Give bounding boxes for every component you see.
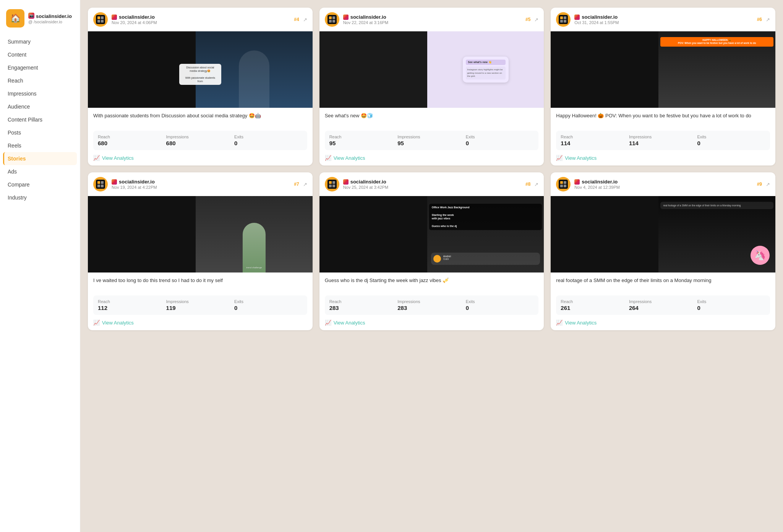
impressions-label-6: Impressions xyxy=(629,135,697,139)
stat-exits-6: Exits 0 xyxy=(697,135,765,146)
stats-4: Reach 680 Impressions 680 Exits 0 xyxy=(93,131,307,150)
analytics-link-7[interactable]: 📈 View Analytics xyxy=(93,320,307,326)
card-image-4: 🖼 Discussion about social media strategy… xyxy=(88,31,313,108)
analytics-link-8[interactable]: 📈 View Analytics xyxy=(325,320,539,326)
sidebar-item-reach[interactable]: Reach xyxy=(3,74,77,87)
external-link-7[interactable]: ↗ xyxy=(303,182,307,187)
stat-impressions-6: Impressions 114 xyxy=(629,135,697,146)
sidebar-item-impressions[interactable]: Impressions xyxy=(3,87,77,100)
avatar-6 xyxy=(556,12,571,27)
stat-reach-4: Reach 680 xyxy=(98,135,166,146)
stat-impressions-8: Impressions 283 xyxy=(397,299,466,311)
story-card-7: socialinsider.io Nov 19, 2024 at 4:22PM … xyxy=(88,172,313,330)
svg-rect-13 xyxy=(560,20,563,23)
svg-rect-25 xyxy=(559,180,568,189)
reach-label-6: Reach xyxy=(561,135,629,139)
halloween-overlay-6: HAPPY HALLOWEEN 🎃POV: When you want to b… xyxy=(660,37,773,47)
sidebar-item-industry[interactable]: Industry xyxy=(3,191,77,204)
brand-name: socialinsider.io xyxy=(36,13,72,19)
analytics-link-6[interactable]: 📈 View Analytics xyxy=(556,155,770,161)
account-info-7: socialinsider.io Nov 19, 2024 at 4:22PM xyxy=(112,179,290,190)
story-card-8: socialinsider.io Nov 25, 2024 at 3:42PM … xyxy=(319,172,544,330)
stats-8: Reach 283 Impressions 283 Exits 0 xyxy=(325,295,539,315)
svg-rect-15 xyxy=(96,180,105,189)
exits-value-6: 0 xyxy=(697,140,765,146)
card-header-9: socialinsider.io Nov 4, 2024 at 12:39PM … xyxy=(551,172,775,196)
impressions-label-9: Impressions xyxy=(629,299,697,304)
sidebar-item-content-pillars[interactable]: Content Pillars xyxy=(3,113,77,126)
card-date-7: Nov 19, 2024 at 4:22PM xyxy=(112,185,290,190)
svg-rect-18 xyxy=(97,185,100,187)
impressions-value-6: 114 xyxy=(629,140,697,146)
sidebar-item-stories[interactable]: Stories xyxy=(3,152,77,165)
sidebar-item-summary[interactable]: Summary xyxy=(3,35,77,48)
analytics-link-4[interactable]: 📈 View Analytics xyxy=(93,155,307,161)
card-image-9: 🖼 real footage of a SMM on the edge of t… xyxy=(551,196,775,272)
sidebar-brand: 📷 socialinsider.io @ /socialinsider.io xyxy=(28,13,72,24)
exits-value-9: 0 xyxy=(697,305,765,311)
card-date-4: Nov 20, 2024 at 4:06PM xyxy=(112,20,290,25)
svg-rect-14 xyxy=(564,20,566,23)
exits-value-5: 0 xyxy=(466,140,534,146)
card-body-9: real footage of a SMM on the edge of the… xyxy=(551,272,775,330)
impressions-value-8: 283 xyxy=(397,305,466,311)
svg-rect-28 xyxy=(560,185,563,187)
sidebar-item-content[interactable]: Content xyxy=(3,48,77,61)
exits-label-7: Exits xyxy=(234,299,303,304)
svg-rect-2 xyxy=(101,16,104,19)
sidebar-item-reels[interactable]: Reels xyxy=(3,139,77,152)
external-link-4[interactable]: ↗ xyxy=(303,17,307,23)
external-link-8[interactable]: ↗ xyxy=(534,182,538,187)
svg-rect-0 xyxy=(96,15,105,24)
ig-icon-5 xyxy=(343,15,349,20)
stat-reach-8: Reach 283 xyxy=(329,299,398,311)
impressions-value-5: 95 xyxy=(397,140,466,146)
svg-rect-10 xyxy=(559,15,568,24)
account-info-8: socialinsider.io Nov 25, 2024 at 3:42PM xyxy=(343,179,522,190)
sidebar-item-compare[interactable]: Compare xyxy=(3,178,77,191)
exits-label-5: Exits xyxy=(466,135,534,139)
svg-rect-26 xyxy=(560,181,563,184)
stat-exits-9: Exits 0 xyxy=(697,299,765,311)
card-image-6: 🖼 HAPPY HALLOWEEN 🎃POV: When you want to… xyxy=(551,31,775,108)
rank-badge-9: #9 xyxy=(757,182,762,187)
svg-rect-3 xyxy=(97,20,100,23)
ig-icon-6 xyxy=(574,15,580,20)
impressions-value-9: 264 xyxy=(629,305,697,311)
card-header-5: socialinsider.io Nov 22, 2024 at 3:16PM … xyxy=(319,8,544,31)
story-card-6: socialinsider.io Oct 31, 2024 at 1:55PM … xyxy=(551,8,775,165)
exits-label-6: Exits xyxy=(697,135,765,139)
external-link-6[interactable]: ↗ xyxy=(766,17,770,23)
svg-rect-6 xyxy=(329,16,332,19)
analytics-link-5[interactable]: 📈 View Analytics xyxy=(325,155,539,161)
account-row-4: socialinsider.io xyxy=(112,14,290,20)
analytics-link-9[interactable]: 📈 View Analytics xyxy=(556,320,770,326)
sidebar-item-ads[interactable]: Ads xyxy=(3,165,77,178)
reach-value-6: 114 xyxy=(561,140,629,146)
exits-value-8: 0 xyxy=(466,305,534,311)
account-info-9: socialinsider.io Nov 4, 2024 at 12:39PM xyxy=(574,179,753,190)
stories-grid: socialinsider.io Nov 20, 2024 at 4:06PM … xyxy=(88,8,775,330)
sidebar-item-audience[interactable]: Audience xyxy=(3,100,77,113)
account-name-9: socialinsider.io xyxy=(582,179,618,185)
sidebar-item-posts[interactable]: Posts xyxy=(3,126,77,139)
analytics-icon-9: 📈 xyxy=(556,320,563,326)
svg-rect-21 xyxy=(329,181,332,184)
card-date-5: Nov 22, 2024 at 3:16PM xyxy=(343,20,522,25)
reach-label-5: Reach xyxy=(329,135,398,139)
external-link-9[interactable]: ↗ xyxy=(766,182,770,187)
rank-badge-5: #5 xyxy=(525,17,530,22)
external-link-5[interactable]: ↗ xyxy=(534,17,538,23)
instagram-icon: 📷 xyxy=(28,13,34,19)
reach-value-4: 680 xyxy=(98,140,166,146)
ig-icon-9 xyxy=(574,179,580,185)
card-body-8: Guess who is the dj Starting the week wi… xyxy=(319,272,544,330)
sidebar: 🏠 📷 socialinsider.io @ /socialinsider.io… xyxy=(0,0,80,532)
sidebar-item-engagement[interactable]: Engagement xyxy=(3,61,77,74)
stat-impressions-7: Impressions 119 xyxy=(166,299,235,311)
avatar-9 xyxy=(556,177,571,191)
card-image-7: 🖼 trend challenge xyxy=(88,196,313,272)
card-header-4: socialinsider.io Nov 20, 2024 at 4:06PM … xyxy=(88,8,313,31)
impressions-value-4: 680 xyxy=(166,140,235,146)
account-row-7: socialinsider.io xyxy=(112,179,290,185)
